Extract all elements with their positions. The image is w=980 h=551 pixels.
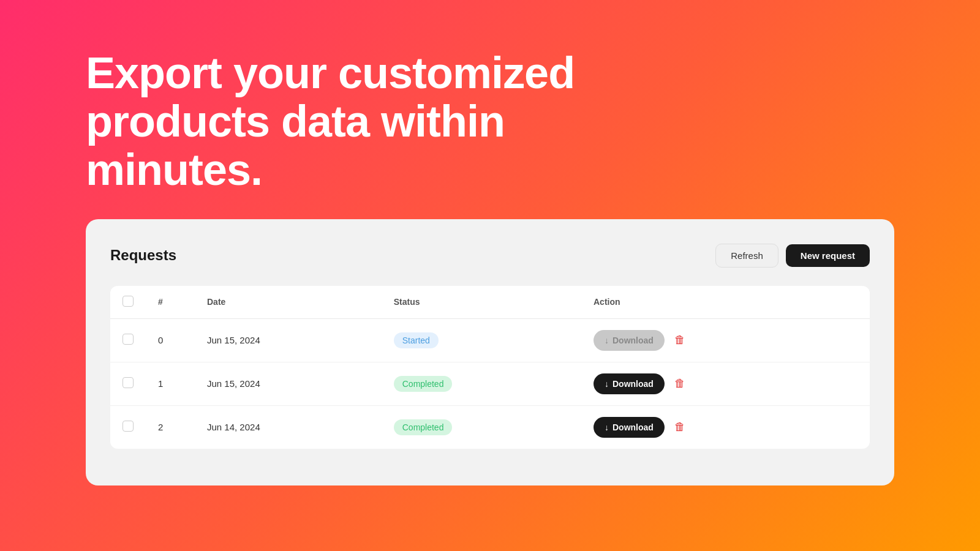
download-label: Download: [612, 379, 654, 389]
row-status: Started: [382, 318, 581, 362]
row-status: Completed: [382, 362, 581, 405]
row-action: ↓Download🗑: [581, 405, 870, 449]
row-action: ↓Download🗑: [581, 318, 870, 362]
row-date: Jun 15, 2024: [195, 362, 382, 405]
table-row: 2Jun 14, 2024Completed↓Download🗑: [110, 405, 870, 449]
row-checkbox-cell: [110, 405, 146, 449]
main-card: Requests Refresh New request # Date Stat…: [86, 219, 894, 485]
row-number: 1: [146, 362, 195, 405]
row-number: 2: [146, 405, 195, 449]
delete-button-0[interactable]: 🗑: [671, 330, 689, 350]
table-header-row: # Date Status Action: [110, 286, 870, 319]
download-icon: ↓: [605, 379, 609, 389]
row-date: Jun 15, 2024: [195, 318, 382, 362]
col-date: Date: [195, 286, 382, 319]
status-badge: Started: [394, 332, 439, 348]
card-header: Requests Refresh New request: [110, 244, 870, 268]
download-label: Download: [612, 422, 654, 432]
col-action: Action: [581, 286, 870, 319]
refresh-button[interactable]: Refresh: [715, 244, 778, 268]
delete-button-2[interactable]: 🗑: [671, 417, 689, 437]
hero-section: Export your customized products data wit…: [0, 0, 980, 195]
row-checkbox-0[interactable]: [123, 334, 134, 345]
requests-title: Requests: [110, 247, 176, 264]
status-badge: Completed: [394, 376, 453, 392]
requests-table-wrapper: # Date Status Action 0Jun 15, 2024Starte…: [110, 286, 870, 449]
row-checkbox-cell: [110, 318, 146, 362]
table-row: 0Jun 15, 2024Started↓Download🗑: [110, 318, 870, 362]
delete-button-1[interactable]: 🗑: [671, 373, 689, 394]
download-button-1[interactable]: ↓Download: [594, 373, 665, 394]
download-button-0: ↓Download: [594, 330, 665, 351]
trash-icon: 🗑: [674, 377, 685, 390]
row-action: ↓Download🗑: [581, 362, 870, 405]
download-label: Download: [612, 335, 654, 345]
requests-table: # Date Status Action 0Jun 15, 2024Starte…: [110, 286, 870, 449]
row-status: Completed: [382, 405, 581, 449]
download-button-2[interactable]: ↓Download: [594, 417, 665, 438]
col-number: #: [146, 286, 195, 319]
trash-icon: 🗑: [674, 421, 685, 433]
row-date: Jun 14, 2024: [195, 405, 382, 449]
table-row: 1Jun 15, 2024Completed↓Download🗑: [110, 362, 870, 405]
row-checkbox-1[interactable]: [123, 377, 134, 388]
select-all-checkbox[interactable]: [123, 296, 134, 307]
row-checkbox-2[interactable]: [123, 421, 134, 432]
trash-icon: 🗑: [674, 334, 685, 347]
row-checkbox-cell: [110, 362, 146, 405]
status-badge: Completed: [394, 419, 453, 435]
col-checkbox: [110, 286, 146, 319]
hero-title: Export your customized products data wit…: [86, 49, 637, 195]
download-icon: ↓: [605, 422, 609, 432]
col-status: Status: [382, 286, 581, 319]
header-actions: Refresh New request: [715, 244, 870, 268]
row-number: 0: [146, 318, 195, 362]
new-request-button[interactable]: New request: [786, 244, 870, 267]
download-icon: ↓: [605, 335, 609, 345]
